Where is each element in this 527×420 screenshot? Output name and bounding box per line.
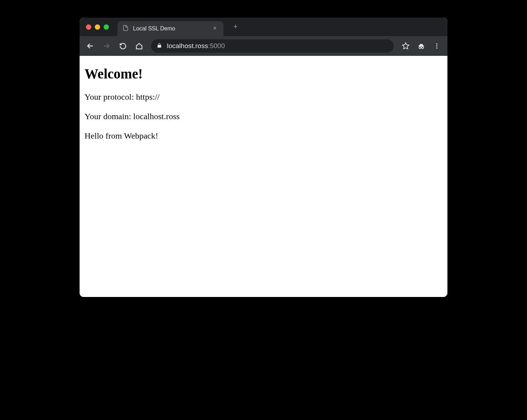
page-heading: Welcome! xyxy=(85,66,442,82)
svg-point-13 xyxy=(436,47,437,48)
url-text: localhost.ross:5000 xyxy=(167,42,225,50)
back-button[interactable] xyxy=(83,39,97,53)
tab-title: Local SSL Demo xyxy=(133,25,211,32)
svg-marker-6 xyxy=(403,43,409,49)
forward-button[interactable] xyxy=(99,39,114,53)
svg-point-12 xyxy=(436,45,437,46)
svg-point-11 xyxy=(436,43,437,45)
lock-icon xyxy=(157,43,162,49)
url-host: localhost.ross xyxy=(167,42,208,50)
svg-point-9 xyxy=(422,47,424,49)
menu-button[interactable] xyxy=(430,39,444,53)
hello-line: Hello from Webpack! xyxy=(85,131,442,141)
traffic-lights xyxy=(86,24,109,30)
nav-bar: localhost.ross:5000 xyxy=(80,36,447,56)
new-tab-button[interactable] xyxy=(230,21,241,33)
minimize-window-button[interactable] xyxy=(95,24,100,30)
browser-window: Local SSL Demo xyxy=(80,18,447,297)
svg-point-8 xyxy=(419,47,421,49)
home-button[interactable] xyxy=(132,39,146,53)
svg-rect-7 xyxy=(418,46,424,46)
incognito-icon[interactable] xyxy=(414,39,428,53)
protocol-line: Your protocol: https:// xyxy=(85,92,442,102)
address-bar[interactable]: localhost.ross:5000 xyxy=(151,39,394,53)
maximize-window-button[interactable] xyxy=(104,24,109,30)
browser-tab[interactable]: Local SSL Demo xyxy=(117,21,224,36)
url-port: :5000 xyxy=(208,42,225,50)
domain-line: Your domain: localhost.ross xyxy=(85,112,442,121)
close-tab-button[interactable] xyxy=(211,25,219,33)
close-window-button[interactable] xyxy=(86,24,91,30)
bookmark-button[interactable] xyxy=(399,39,413,53)
reload-button[interactable] xyxy=(116,39,130,53)
tab-bar: Local SSL Demo xyxy=(80,18,447,36)
page-icon xyxy=(122,25,129,33)
page-content: Welcome! Your protocol: https:// Your do… xyxy=(80,56,447,297)
